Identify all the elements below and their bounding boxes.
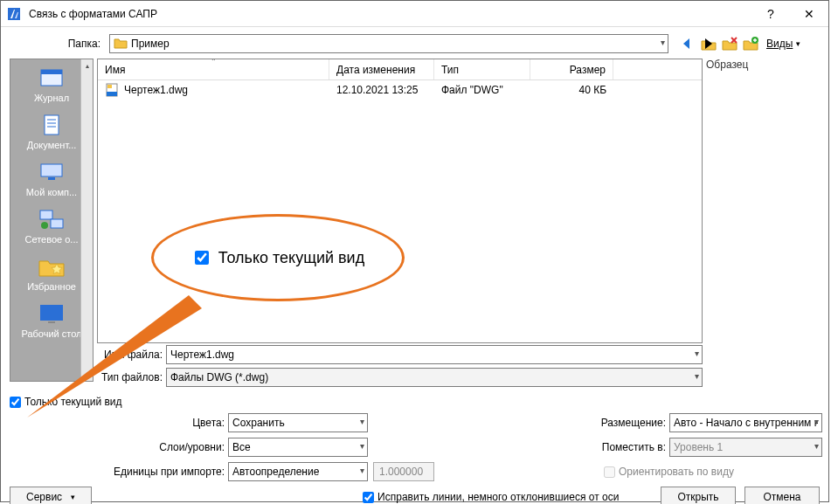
callout-checkbox-icon <box>195 251 209 265</box>
help-button[interactable]: ? <box>751 1 790 27</box>
placement-select[interactable]: Авто - Начало с внутренним началом▾ <box>669 413 822 432</box>
column-date[interactable]: Дата изменения <box>329 59 434 79</box>
file-row[interactable]: Чертеж1.dwg 12.10.2021 13:25 Файл "DWG" … <box>98 80 702 100</box>
back-icon[interactable] <box>679 35 696 52</box>
units-factor: 1.000000 <box>373 462 434 481</box>
svg-rect-18 <box>107 92 117 96</box>
filetype-combo[interactable]: Файлы DWG (*.dwg) ▾ <box>166 368 703 387</box>
column-size[interactable]: Размер <box>530 59 613 79</box>
placement-label: Размещение: <box>601 417 666 429</box>
window-title: Связь с форматами САПР <box>29 8 751 20</box>
places-item-favorites[interactable]: Избранное <box>15 252 88 297</box>
filetype-label: Тип файлов: <box>97 371 163 383</box>
service-button[interactable]: Сервис <box>10 487 92 504</box>
folder-icon <box>114 37 128 51</box>
svg-point-14 <box>41 222 48 229</box>
chevron-down-icon: ▼ <box>794 40 801 48</box>
places-item-history[interactable]: Журнал <box>15 63 88 108</box>
places-item-network[interactable]: Сетевое о... <box>15 204 88 250</box>
dwg-file-icon <box>105 83 119 97</box>
svg-rect-16 <box>48 321 55 323</box>
colors-select[interactable]: Сохранить▾ <box>228 413 368 432</box>
layers-select[interactable]: Все▾ <box>228 438 368 457</box>
app-icon <box>6 6 22 22</box>
views-menu[interactable]: Виды ▼ <box>766 38 801 50</box>
svg-rect-6 <box>45 115 59 135</box>
svg-rect-15 <box>40 305 63 321</box>
folder-label: Папка: <box>10 38 104 50</box>
delete-folder-icon[interactable] <box>721 35 738 52</box>
orient-checkbox: Ориентировать по виду <box>604 466 734 478</box>
placein-label: Поместить в: <box>602 441 666 453</box>
new-folder-icon[interactable] <box>742 35 759 52</box>
chevron-down-icon: ▾ <box>695 349 699 358</box>
sort-indicator-icon: ⌃ <box>98 59 329 66</box>
svg-rect-11 <box>48 177 55 180</box>
svg-rect-10 <box>41 164 62 176</box>
only-current-view-checkbox[interactable]: Только текущий вид <box>10 396 820 408</box>
filename-combo[interactable]: Чертеж1.dwg ▾ <box>166 345 703 364</box>
cancel-button[interactable]: Отмена <box>744 487 820 504</box>
units-select[interactable]: Автоопределение▾ <box>228 462 368 481</box>
views-label: Виды <box>766 38 793 50</box>
close-button[interactable]: ✕ <box>790 1 828 27</box>
preview-panel: Образец <box>706 59 820 387</box>
svg-rect-12 <box>40 211 52 219</box>
open-button[interactable]: Открыть <box>661 487 736 504</box>
preview-label: Образец <box>706 59 820 71</box>
placein-select: Уровень 1▾ <box>669 438 822 457</box>
units-label: Единицы при импорте: <box>114 466 225 478</box>
file-list[interactable]: Имя Дата изменения Тип Размер ⌃ Черте <box>97 59 703 343</box>
places-item-desktop[interactable]: Рабочий стол <box>15 299 88 344</box>
layers-label: Слои/уровни: <box>159 441 225 453</box>
folder-name: Пример <box>131 38 170 50</box>
filename-label: Имя файла: <box>97 349 163 361</box>
svg-rect-19 <box>107 85 112 88</box>
chevron-down-icon: ▾ <box>661 38 665 47</box>
chevron-down-icon: ▾ <box>695 371 699 381</box>
column-type[interactable]: Тип <box>434 59 530 79</box>
places-scrollbar[interactable]: ▴▾ <box>80 59 93 381</box>
fixlines-checkbox[interactable]: Исправить линии, немного отклонившиеся о… <box>363 491 619 503</box>
callout-bubble: Только текущий вид <box>151 214 405 301</box>
svg-rect-13 <box>51 219 63 228</box>
places-item-documents[interactable]: Документ... <box>15 110 88 155</box>
places-item-mycomputer[interactable]: Мой комп... <box>15 157 88 203</box>
places-bar: Журнал Документ... Мой комп... Сетевое о… <box>10 59 93 382</box>
colors-label: Цвета: <box>192 417 225 429</box>
svg-rect-5 <box>41 70 62 74</box>
folder-select[interactable]: Пример ▾ <box>109 34 668 53</box>
up-folder-icon[interactable] <box>700 35 717 52</box>
